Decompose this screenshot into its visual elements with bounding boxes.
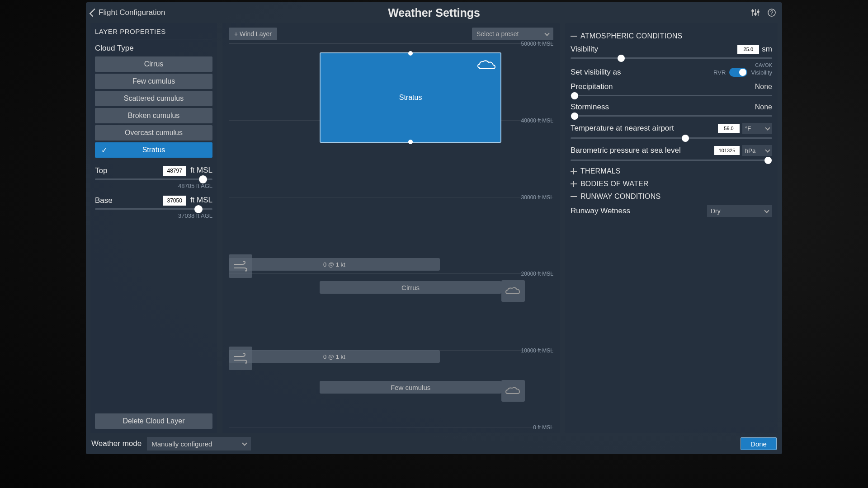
layer-wind-2[interactable]: 0 @ 1 kt xyxy=(229,350,440,363)
plus-icon xyxy=(571,183,577,184)
base-slider-group: Base ft MSL 37038 ft AGL xyxy=(95,196,212,219)
wind-icon xyxy=(229,254,252,278)
layer-few-cumulus[interactable]: Few cumulus xyxy=(320,381,501,394)
precipitation-value: None xyxy=(755,83,772,91)
back-button[interactable]: Flight Configuration xyxy=(91,8,165,17)
drag-handle-top[interactable] xyxy=(408,51,413,56)
base-agl: 37038 ft AGL xyxy=(95,212,212,219)
set-visibility-as-label: Set visibility as xyxy=(571,68,621,77)
top-label: Top xyxy=(95,166,107,175)
minus-icon xyxy=(571,36,577,37)
cloud-type-scattered-cumulus[interactable]: Scattered cumulus xyxy=(95,91,212,106)
layer-properties-panel: LAYER PROPERTIES Cloud Type Cirrus Few c… xyxy=(90,23,217,433)
temperature-input[interactable] xyxy=(718,124,740,133)
preset-dropdown[interactable]: Select a preset xyxy=(472,28,553,40)
top-input[interactable] xyxy=(163,166,186,176)
layer-wind-1[interactable]: 0 @ 1 kt xyxy=(229,258,440,271)
preset-placeholder: Select a preset xyxy=(476,30,519,38)
base-slider[interactable] xyxy=(95,208,212,210)
cavok-label: CAVOK xyxy=(755,62,772,68)
atmospheric-heading[interactable]: ATMOSPHERIC CONDITIONS xyxy=(571,32,772,40)
cloud-icon xyxy=(501,280,525,302)
layer-cirrus[interactable]: Cirrus xyxy=(320,281,501,294)
minus-icon xyxy=(571,196,577,197)
panel-header: Flight Configuration Weather Settings ? xyxy=(86,2,782,23)
visibility-toggle[interactable] xyxy=(729,68,747,77)
add-wind-layer-button[interactable]: + Wind Layer xyxy=(229,28,277,40)
plus-icon xyxy=(571,171,577,172)
storminess-slider[interactable] xyxy=(571,115,772,117)
cloud-type-cirrus[interactable]: Cirrus xyxy=(95,56,212,72)
visibility-word-label: Visibility xyxy=(751,69,772,76)
visibility-label: Visibility xyxy=(571,45,598,54)
alt-label-20000: 20000 ft MSL xyxy=(521,271,553,277)
alt-label-0: 0 ft MSL xyxy=(533,424,553,431)
bodies-of-water-heading[interactable]: BODIES OF WATER xyxy=(571,180,772,188)
cloud-type-overcast-cumulus[interactable]: Overcast cumulus xyxy=(95,125,212,141)
visibility-unit: sm xyxy=(762,45,772,54)
pressure-slider[interactable] xyxy=(571,160,772,161)
back-label: Flight Configuration xyxy=(99,8,165,17)
delete-layer-button[interactable]: Delete Cloud Layer xyxy=(95,413,212,429)
base-input[interactable] xyxy=(163,196,186,206)
storminess-value: None xyxy=(755,103,772,111)
chevron-down-icon xyxy=(544,31,549,36)
temperature-unit-select[interactable]: °F xyxy=(742,123,772,134)
chevron-left-icon xyxy=(90,9,98,17)
pressure-input[interactable] xyxy=(714,146,740,155)
done-button[interactable]: Done xyxy=(741,437,777,450)
layer-stratus[interactable]: Stratus xyxy=(320,52,501,143)
thermals-heading[interactable]: THERMALS xyxy=(571,167,772,175)
runway-wetness-label: Runway Wetness xyxy=(571,206,630,216)
pressure-label: Barometric pressure at sea level xyxy=(571,146,681,155)
top-unit: ft MSL xyxy=(190,166,212,174)
alt-label-10000: 10000 ft MSL xyxy=(521,347,553,354)
runway-wetness-select[interactable]: Dry xyxy=(707,205,772,217)
storminess-label: Storminess xyxy=(571,103,609,112)
panel-footer: Weather mode Manually configured Done xyxy=(86,433,782,454)
alt-label-40000: 40000 ft MSL xyxy=(521,117,553,124)
base-label: Base xyxy=(95,196,113,205)
visibility-input[interactable] xyxy=(737,45,759,54)
atmospheric-panel: ATMOSPHERIC CONDITIONS Visibility sm CAV… xyxy=(565,23,778,433)
cloud-type-broken-cumulus[interactable]: Broken cumulus xyxy=(95,108,212,123)
alt-label-30000: 30000 ft MSL xyxy=(521,194,553,201)
chevron-down-icon xyxy=(764,208,769,213)
layer-properties-heading: LAYER PROPERTIES xyxy=(95,28,212,39)
header-icons: ? xyxy=(750,8,777,18)
cloud-type-label: Cloud Type xyxy=(95,44,212,53)
svg-point-3 xyxy=(752,10,754,12)
top-agl: 48785 ft AGL xyxy=(95,183,212,189)
visibility-slider[interactable] xyxy=(571,57,772,59)
temperature-label: Temperature at nearest airport xyxy=(571,124,674,133)
runway-conditions-heading[interactable]: RUNWAY CONDITIONS xyxy=(571,192,772,201)
svg-point-4 xyxy=(755,13,756,15)
chevron-down-icon xyxy=(242,441,247,446)
sliders-icon[interactable] xyxy=(750,8,760,18)
cloud-icon xyxy=(501,380,525,402)
drag-handle-bottom[interactable] xyxy=(408,140,413,144)
svg-text:?: ? xyxy=(770,9,774,16)
weather-mode-select[interactable]: Manually configured xyxy=(147,437,251,450)
sky-canvas[interactable]: 50000 ft MSL 40000 ft MSL 30000 ft MSL 2… xyxy=(229,43,553,427)
cloud-type-stratus[interactable]: ✓ Stratus xyxy=(95,142,212,158)
svg-point-5 xyxy=(757,11,759,13)
sky-layers-panel: + Wind Layer Select a preset 50000 ft MS… xyxy=(222,23,560,433)
weather-settings-panel: Flight Configuration Weather Settings ? … xyxy=(86,2,782,454)
top-slider-group: Top ft MSL 48785 ft AGL xyxy=(95,166,212,189)
chevron-down-icon xyxy=(765,125,770,130)
alt-label-50000: 50000 ft MSL xyxy=(521,41,553,47)
base-unit: ft MSL xyxy=(190,196,212,204)
weather-mode-label: Weather mode xyxy=(91,439,142,448)
cloud-icon xyxy=(475,57,497,71)
help-icon[interactable]: ? xyxy=(767,8,777,18)
temperature-slider[interactable] xyxy=(571,137,772,139)
panel-title: Weather Settings xyxy=(388,6,480,19)
top-slider[interactable] xyxy=(95,178,212,180)
precipitation-slider[interactable] xyxy=(571,95,772,96)
wind-icon xyxy=(229,347,252,370)
cloud-type-few-cumulus[interactable]: Few cumulus xyxy=(95,74,212,89)
rvr-label: RVR xyxy=(713,69,726,76)
check-icon: ✓ xyxy=(101,146,107,155)
pressure-unit-select[interactable]: hPa xyxy=(742,145,772,156)
